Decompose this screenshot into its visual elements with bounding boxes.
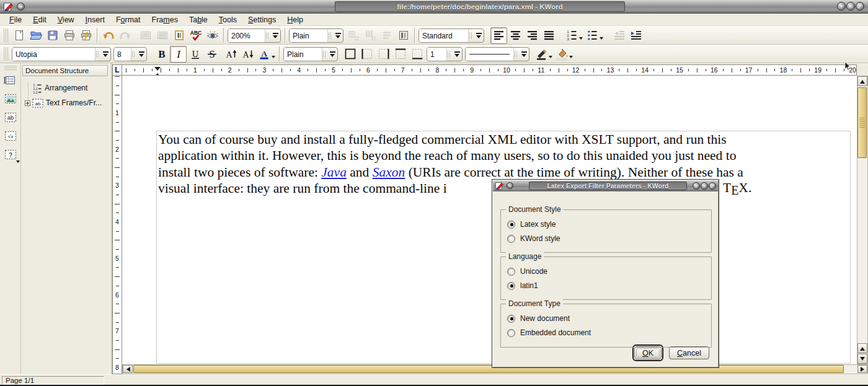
align-left-button[interactable] xyxy=(490,27,507,44)
numbered-list-button[interactable]: 1.2.3. xyxy=(564,27,584,44)
frame-style-combo[interactable]: Plain xyxy=(283,47,338,61)
border-top-button[interactable] xyxy=(392,46,409,63)
minimize-button[interactable] xyxy=(837,2,846,11)
border-width-combo[interactable]: 1 xyxy=(427,47,463,61)
radio-latin1[interactable]: latin1 xyxy=(507,280,538,291)
save-button[interactable] xyxy=(44,27,61,44)
insert-table-button[interactable] xyxy=(2,73,19,90)
document-canvas[interactable]: You can of course buy and install a full… xyxy=(122,76,857,364)
dialog-titlebar[interactable]: Latex Export Filter Parameters - KWord xyxy=(493,180,718,191)
scroll-down-button[interactable] xyxy=(857,354,867,364)
spellcheck-button[interactable]: ABC xyxy=(187,27,204,44)
menu-file[interactable]: File xyxy=(4,14,27,25)
sticky-button[interactable] xyxy=(17,2,25,11)
paragraph-style-combo[interactable]: Plain xyxy=(289,29,343,43)
tab-type-selector[interactable]: L xyxy=(112,64,122,76)
columns-button[interactable] xyxy=(395,27,412,44)
dialog-sticky-button[interactable] xyxy=(507,182,513,189)
background-color-button[interactable] xyxy=(554,46,574,63)
ruler-tick xyxy=(116,140,119,141)
italic-button[interactable]: I xyxy=(170,46,187,63)
radio-latex-style[interactable]: Latex style xyxy=(507,219,556,230)
border-color-button[interactable] xyxy=(533,46,554,63)
preview-button[interactable] xyxy=(204,27,221,44)
border-bottom-button[interactable] xyxy=(409,46,425,63)
frame-borders-button[interactable] xyxy=(170,27,187,44)
horizontal-ruler[interactable]: 1234567891011121314151617181920 xyxy=(122,64,857,76)
radio-kword-style[interactable]: KWord style xyxy=(507,233,560,244)
font-size-combo[interactable]: 8 xyxy=(113,47,147,61)
undo-button[interactable] xyxy=(100,27,117,44)
align-right-button[interactable] xyxy=(524,27,541,44)
cancel-button[interactable]: Cancel xyxy=(669,346,709,359)
increase-indent-button[interactable] xyxy=(627,27,644,44)
radio-new-document[interactable]: New document xyxy=(507,313,570,324)
print-button[interactable] xyxy=(78,27,94,44)
ok-button[interactable]: OK xyxy=(634,346,662,359)
radio-selected-icon xyxy=(507,221,515,229)
align-center-button[interactable] xyxy=(507,27,524,44)
vertical-scrollbar-thumb[interactable] xyxy=(857,87,867,158)
border-right-button[interactable] xyxy=(375,46,392,63)
scroll-right-button[interactable] xyxy=(857,365,867,373)
style-columns-button xyxy=(361,27,378,44)
menu-insert[interactable]: Insert xyxy=(80,14,110,25)
insert-picture-button[interactable] xyxy=(2,92,19,109)
strikethrough-button[interactable]: S xyxy=(203,46,220,63)
maximize-button[interactable] xyxy=(701,182,708,190)
menu-frames[interactable]: Frames xyxy=(146,14,184,25)
decrease-fontsize-button[interactable]: A xyxy=(239,46,256,63)
expander-plus-icon[interactable] xyxy=(25,100,30,106)
insert-object-button[interactable]: ? xyxy=(2,147,19,165)
insert-formula-button[interactable]: √x xyxy=(2,129,19,146)
font-color-button[interactable]: A xyxy=(256,46,277,63)
indent-marker[interactable] xyxy=(154,67,161,74)
vertical-scrollbar[interactable] xyxy=(857,76,868,364)
bold-button[interactable]: B xyxy=(153,46,170,63)
tab-stop-combo[interactable]: Standard xyxy=(418,29,484,43)
border-line-style-combo[interactable] xyxy=(465,47,529,61)
new-document-button[interactable] xyxy=(11,27,27,44)
menu-table[interactable]: Table xyxy=(184,14,213,25)
close-button[interactable] xyxy=(709,182,716,190)
link-saxon[interactable]: Saxon xyxy=(373,165,405,180)
menu-edit[interactable]: Edit xyxy=(27,14,52,25)
toolbar-handle[interactable] xyxy=(3,47,9,61)
vertical-ruler[interactable]: 12345678 xyxy=(112,76,122,374)
align-justify-button[interactable] xyxy=(541,27,557,44)
menu-view[interactable]: View xyxy=(52,14,80,25)
toolbar-handle[interactable] xyxy=(4,65,17,70)
tree-item-text-frames-fr[interactable]: abText Frames/Fr... xyxy=(25,95,108,110)
dropdown-arrow-icon xyxy=(272,56,275,60)
border-left-button[interactable] xyxy=(358,46,375,63)
scroll-up-button[interactable] xyxy=(857,76,867,86)
minimize-button[interactable] xyxy=(693,182,700,190)
toolbar-handle[interactable] xyxy=(3,29,9,42)
svg-text:A: A xyxy=(261,49,267,58)
close-button[interactable] xyxy=(856,2,864,11)
scroll-up-button-2[interactable] xyxy=(857,343,867,353)
titlebar[interactable]: file:/home/peter/doc/beginlatex/para.xml… xyxy=(0,0,868,14)
radio-unicode[interactable]: Unicode xyxy=(507,266,547,277)
link-java[interactable]: Java xyxy=(321,165,347,180)
horizontal-scrollbar-thumb[interactable] xyxy=(133,365,844,373)
page-indicator: Page 1/1 xyxy=(2,376,104,385)
menu-help[interactable]: Help xyxy=(281,14,309,25)
increase-fontsize-button[interactable]: A xyxy=(223,46,239,63)
maximize-button[interactable] xyxy=(846,2,855,11)
menu-tools[interactable]: Tools xyxy=(213,14,242,25)
zoom-combo[interactable]: 200% xyxy=(228,29,281,43)
font-family-combo[interactable]: Utopia xyxy=(12,47,111,61)
tree-item-arrangement[interactable]: 1.1.11.2Arrangement xyxy=(25,81,108,95)
menu-format[interactable]: Format xyxy=(110,14,146,25)
print-preview-button[interactable] xyxy=(61,27,78,44)
bullet-list-button[interactable] xyxy=(584,27,604,44)
open-button[interactable] xyxy=(27,27,44,44)
border-outline-button[interactable] xyxy=(342,46,358,63)
underline-button[interactable]: U xyxy=(187,46,203,63)
insert-textframe-button[interactable]: ab xyxy=(2,110,19,128)
combo-grip xyxy=(329,32,332,39)
scroll-left-button[interactable] xyxy=(123,365,133,373)
menu-settings[interactable]: Settings xyxy=(242,14,281,25)
radio-embedded-document[interactable]: Embedded document xyxy=(507,327,591,338)
